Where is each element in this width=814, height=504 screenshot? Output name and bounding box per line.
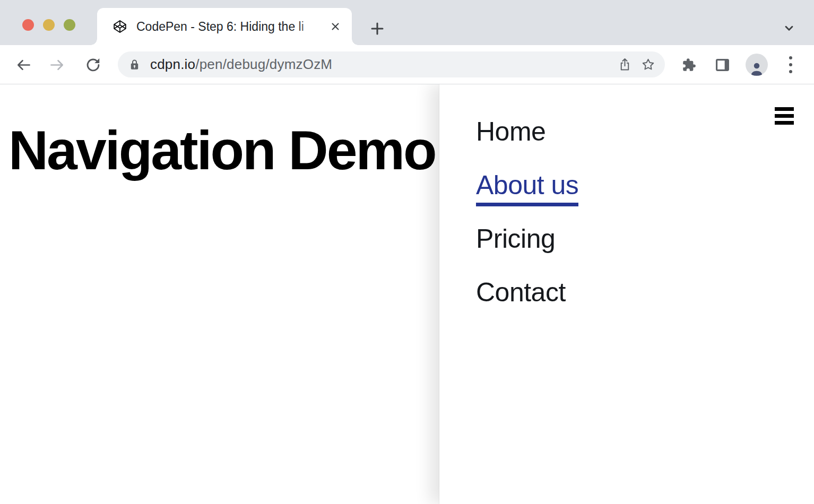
page-content: Navigation Demo Home About us Pricing Co… (0, 84, 814, 504)
profile-avatar[interactable] (745, 53, 768, 76)
avatar-circle (746, 54, 768, 76)
bookmark-star-icon[interactable] (636, 53, 660, 76)
url-path: /pen/debug/dymzOzM (195, 56, 332, 72)
tab-close-icon[interactable] (326, 18, 344, 36)
browser-window: CodePen - Step 6: Hiding the li (0, 0, 814, 504)
tab-title-wrap: CodePen - Step 6: Hiding the li (136, 18, 326, 35)
url-domain: cdpn.io (150, 56, 195, 72)
lock-icon[interactable] (128, 57, 141, 72)
codepen-favicon-icon (113, 20, 127, 33)
browser-tab[interactable]: CodePen - Step 6: Hiding the li (97, 8, 352, 45)
nav-link-pricing[interactable]: Pricing (476, 223, 555, 254)
tab-strip: CodePen - Step 6: Hiding the li (0, 0, 814, 45)
minimize-window-button[interactable] (43, 19, 55, 31)
new-tab-button[interactable] (368, 19, 387, 38)
side-panel-icon[interactable] (711, 53, 734, 76)
three-dot-menu-icon[interactable] (779, 53, 802, 76)
nav-item: Pricing (476, 223, 814, 260)
back-button[interactable] (12, 53, 35, 76)
url-bar[interactable]: cdpn.io/pen/debug/dymzOzM (118, 51, 665, 77)
extensions-puzzle-icon[interactable] (677, 53, 700, 76)
tab-search-chevron-icon[interactable] (781, 20, 797, 36)
zoom-window-button[interactable] (64, 19, 75, 31)
forward-button[interactable] (45, 53, 68, 76)
share-icon[interactable] (613, 53, 636, 76)
page-title: Navigation Demo (8, 123, 435, 178)
url-text: cdpn.io/pen/debug/dymzOzM (150, 56, 332, 73)
nav-link-about-us[interactable]: About us (476, 170, 578, 206)
browser-toolbar: cdpn.io/pen/debug/dymzOzM (0, 45, 814, 84)
nav-item: About us (476, 170, 814, 207)
nav-link-contact[interactable]: Contact (476, 277, 566, 308)
tab-title: CodePen - Step 6: Hiding the li (136, 20, 304, 33)
window-controls (22, 19, 75, 31)
drawer-nav: Home About us Pricing Contact (439, 84, 814, 314)
nav-drawer: Home About us Pricing Contact (439, 84, 814, 504)
nav-item: Home (476, 116, 814, 153)
hamburger-menu-icon[interactable] (775, 107, 794, 125)
reload-button[interactable] (81, 53, 105, 76)
nav-item: Contact (476, 277, 814, 314)
close-window-button[interactable] (22, 19, 34, 31)
nav-link-home[interactable]: Home (476, 116, 545, 147)
